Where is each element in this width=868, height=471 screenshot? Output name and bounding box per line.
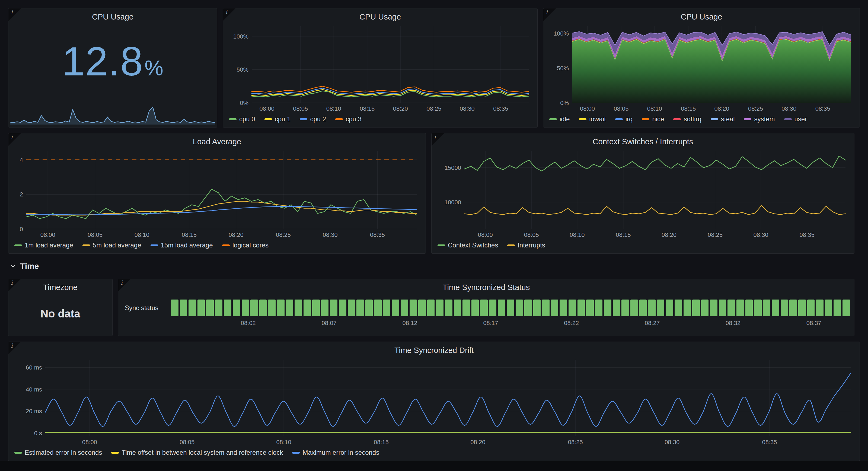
cpu-stacked-chart[interactable]: 08:0008:0508:1008:1508:2008:2508:3008:35… xyxy=(548,23,855,113)
status-cell[interactable] xyxy=(259,299,267,316)
status-cell[interactable] xyxy=(401,299,408,316)
status-cell[interactable] xyxy=(825,299,833,316)
status-cell[interactable] xyxy=(568,299,576,316)
cpu-per-core-chart[interactable]: 08:0008:0508:1008:1508:2008:2508:3008:35… xyxy=(227,23,533,113)
status-cell[interactable] xyxy=(639,299,647,316)
legend-item[interactable]: softirq xyxy=(673,115,701,123)
sync-drift-chart[interactable]: 08:0008:0508:1008:1508:2008:2508:3008:35… xyxy=(13,356,855,447)
legend-item[interactable]: 15m load average xyxy=(151,241,213,249)
status-cell[interactable] xyxy=(710,299,717,316)
legend-item[interactable]: Maximum error in seconds xyxy=(292,449,379,457)
legend-item[interactable]: cpu 3 xyxy=(335,115,362,123)
status-cell[interactable] xyxy=(383,299,391,316)
status-cell[interactable] xyxy=(427,299,435,316)
status-cell[interactable] xyxy=(648,299,656,316)
panel-title[interactable]: Time Syncronized Drift xyxy=(13,344,855,356)
legend-item[interactable]: Interrupts xyxy=(507,241,545,249)
panel-title[interactable]: CPU Usage xyxy=(548,10,855,23)
status-cell[interactable] xyxy=(498,299,505,316)
status-cell[interactable] xyxy=(542,299,550,316)
status-cell[interactable] xyxy=(480,299,488,316)
status-cell[interactable] xyxy=(410,299,417,316)
status-cell[interactable] xyxy=(595,299,603,316)
legend-item[interactable]: 5m load average xyxy=(83,241,141,249)
status-cell[interactable] xyxy=(621,299,629,316)
panel-title[interactable]: Load Average xyxy=(13,136,421,148)
status-cell[interactable] xyxy=(737,299,744,316)
status-cell[interactable] xyxy=(171,299,179,316)
status-cell[interactable] xyxy=(604,299,611,316)
status-cell[interactable] xyxy=(789,299,797,316)
status-cell[interactable] xyxy=(436,299,443,316)
panel-title[interactable]: CPU Usage xyxy=(227,10,533,23)
cpu-usage-sparkline[interactable] xyxy=(10,100,215,126)
status-cell[interactable] xyxy=(215,299,223,316)
legend-item[interactable]: logical cores xyxy=(222,241,269,249)
status-cell[interactable] xyxy=(180,299,187,316)
status-cell[interactable] xyxy=(727,299,735,316)
row-header-time[interactable]: Time xyxy=(8,259,860,273)
status-cell[interactable] xyxy=(630,299,638,316)
status-cell[interactable] xyxy=(551,299,558,316)
status-cell[interactable] xyxy=(454,299,461,316)
status-cell[interactable] xyxy=(356,299,364,316)
legend-item[interactable]: Time offset in between local system and … xyxy=(111,449,283,457)
status-cell[interactable] xyxy=(816,299,824,316)
status-cell[interactable] xyxy=(781,299,788,316)
status-cell[interactable] xyxy=(745,299,753,316)
status-cell[interactable] xyxy=(578,299,585,316)
status-cell[interactable] xyxy=(701,299,709,316)
status-cell[interactable] xyxy=(392,299,399,316)
status-cell[interactable] xyxy=(684,299,691,316)
status-cell[interactable] xyxy=(365,299,373,316)
legend-item[interactable]: system xyxy=(744,115,775,123)
status-cell[interactable] xyxy=(445,299,453,316)
load-average-chart[interactable]: 08:0008:0508:1008:1508:2008:2508:3008:35… xyxy=(13,148,421,239)
status-cell[interactable] xyxy=(188,299,196,316)
status-cell[interactable] xyxy=(348,299,355,316)
status-cell[interactable] xyxy=(277,299,284,316)
status-cell[interactable] xyxy=(374,299,382,316)
legend-item[interactable]: cpu 1 xyxy=(265,115,291,123)
status-cell[interactable] xyxy=(807,299,815,316)
status-cell[interactable] xyxy=(692,299,700,316)
status-cell[interactable] xyxy=(507,299,514,316)
status-cell[interactable] xyxy=(842,299,850,316)
legend-item[interactable]: 1m load average xyxy=(14,241,73,249)
status-cell[interactable] xyxy=(665,299,673,316)
status-cell[interactable] xyxy=(675,299,682,316)
legend-item[interactable]: irq xyxy=(615,115,633,123)
status-cell[interactable] xyxy=(206,299,214,316)
status-cell[interactable] xyxy=(294,299,302,316)
legend-item[interactable]: steal xyxy=(711,115,735,123)
status-cell[interactable] xyxy=(197,299,205,316)
status-cell[interactable] xyxy=(798,299,806,316)
legend-item[interactable]: Estimated error in seconds xyxy=(14,449,102,457)
status-cell[interactable] xyxy=(533,299,541,316)
status-cell[interactable] xyxy=(286,299,293,316)
status-cell[interactable] xyxy=(242,299,249,316)
status-cell[interactable] xyxy=(524,299,532,316)
status-cell[interactable] xyxy=(250,299,258,316)
status-cell[interactable] xyxy=(516,299,523,316)
status-cell[interactable] xyxy=(754,299,762,316)
legend-item[interactable]: cpu 2 xyxy=(300,115,326,123)
status-cell[interactable] xyxy=(657,299,664,316)
status-cell[interactable] xyxy=(613,299,620,316)
status-cell[interactable] xyxy=(763,299,771,316)
panel-title[interactable]: Time Syncronized Status xyxy=(123,281,850,294)
legend-item[interactable]: user xyxy=(784,115,807,123)
status-cell[interactable] xyxy=(321,299,329,316)
status-cell[interactable] xyxy=(471,299,479,316)
legend-item[interactable]: idle xyxy=(549,115,569,123)
status-cell[interactable] xyxy=(233,299,240,316)
panel-title[interactable]: Context Switches / Interrupts xyxy=(436,136,850,148)
legend-item[interactable]: Context Switches xyxy=(437,241,498,249)
status-cell[interactable] xyxy=(560,299,567,316)
legend-item[interactable]: cpu 0 xyxy=(229,115,255,123)
status-cell[interactable] xyxy=(719,299,726,316)
status-cell[interactable] xyxy=(418,299,426,316)
status-cell[interactable] xyxy=(463,299,470,316)
status-cell[interactable] xyxy=(772,299,779,316)
panel-title[interactable]: CPU Usage xyxy=(13,10,213,23)
